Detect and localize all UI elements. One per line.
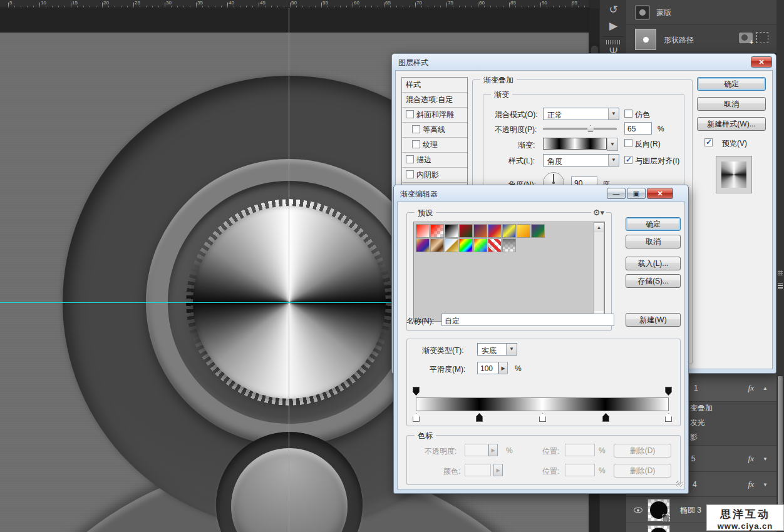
conic-gradient-preview [721,161,746,188]
history-icon[interactable]: ↺ [604,2,623,18]
gradient-preset[interactable] [430,224,444,238]
gradient-preset[interactable] [502,238,516,252]
smoothness-arrow[interactable]: ▶ [498,362,508,374]
gradient-preset[interactable] [459,238,473,252]
styles-list-header[interactable]: 样式 [402,78,467,93]
new-style-button[interactable]: 新建样式(W)... [697,117,766,131]
load-button[interactable]: 载入(L)... [626,257,681,270]
dialog-titlebar[interactable]: 图层样式 ✕ [392,54,776,70]
minimize-icon[interactable]: — [607,188,626,199]
color-stop[interactable] [476,413,483,422]
gradient-preset[interactable] [488,238,502,252]
add-pixel-mask-icon[interactable] [739,33,753,43]
watermark: 思洋互动 www.ciya.cn [706,504,784,531]
shape-path-thumbnail[interactable] [635,29,656,50]
gradient-swatch[interactable] [543,138,607,150]
opacity-stop[interactable] [665,387,672,396]
opacity-slider[interactable] [543,128,617,130]
gradient-preset[interactable] [473,238,487,252]
checkbox[interactable] [406,155,414,163]
horizontal-ruler[interactable]: 5 10 15 20 25 30 35 40 45 50 55 60 65 70… [0,0,589,8]
layer-thumbnail[interactable] [647,525,670,532]
add-vector-mask-icon[interactable] [756,32,768,43]
collapse-effects-icon[interactable]: ▲ [763,385,768,391]
gradient-preset[interactable] [445,238,458,252]
style-item-stroke[interactable]: 描边 [402,153,467,168]
gradient-preset[interactable] [416,224,430,238]
smoothness-field[interactable]: 100 [477,362,498,374]
color-stop[interactable] [602,413,609,422]
effect-item[interactable]: 影 [690,432,698,442]
gradient-preset[interactable] [502,224,516,238]
ruler-label: 25 [135,0,140,6]
ok-button[interactable]: 确定 [697,77,766,91]
panel-scrollbar-thumb[interactable] [777,376,783,526]
cancel-button[interactable]: 取消 [697,97,766,111]
gradient-preset[interactable] [430,238,444,252]
expand-effects-icon[interactable]: ▼ [763,456,768,461]
style-item-bevel[interactable]: 斜面和浮雕 [402,108,467,123]
scroll-up-icon[interactable]: ▲ [594,223,604,232]
vertical-guide[interactable] [289,8,289,532]
checkbox[interactable] [406,110,414,118]
style-item-texture[interactable]: 纹理 [402,138,467,153]
smoothness-label: 平滑度(M): [430,364,465,375]
dialog-titlebar[interactable]: 渐变编辑器 — ▣ ✕ [394,185,688,202]
reverse-checkbox[interactable] [624,139,632,147]
chevron-down-icon[interactable]: ▼ [608,108,619,120]
gradient-preset[interactable] [473,224,487,238]
actions-play-icon[interactable]: ▶ [604,18,623,34]
gradient-preset[interactable] [531,224,545,238]
cancel-button[interactable]: 取消 [626,235,681,248]
gradient-preset[interactable] [488,224,502,238]
preview-checkbox[interactable] [704,138,713,146]
visibility-eye-icon[interactable] [634,507,642,513]
grabber-dots-icon [778,270,783,275]
gradient-preset[interactable] [416,238,430,252]
new-button[interactable]: 新建(W) [626,313,681,327]
checkbox[interactable] [412,140,420,148]
gradient-preset[interactable] [517,224,530,238]
color-stop[interactable] [665,413,672,422]
color-stop[interactable] [413,413,420,422]
gradient-bar[interactable] [416,397,669,411]
name-field[interactable]: 自定 [441,314,614,326]
restore-icon[interactable]: ▣ [627,188,646,199]
gradient-picker-arrow[interactable]: ▼ [607,138,618,151]
save-button[interactable]: 存储(S)... [626,274,681,288]
opacity-stop[interactable] [413,387,420,396]
panel-menu-icon[interactable] [778,283,783,289]
styles-list: 样式 混合选项:自定 斜面和浮雕 等高线 纹理 描边 内阴影 内发光 [401,77,468,198]
ok-button[interactable]: 确定 [626,217,681,231]
opacity-value-field[interactable]: 65 [624,122,652,135]
type-select[interactable]: 实底 ▼ [477,343,517,356]
chevron-down-icon[interactable]: ▼ [506,344,517,355]
opacity-slider-thumb[interactable] [587,125,594,132]
stop-opacity-field [465,444,488,456]
effect-item[interactable]: 发光 [690,417,705,428]
align-checkbox[interactable] [624,156,632,164]
effect-item[interactable]: 变叠加 [690,403,713,414]
expand-effects-icon[interactable]: ▼ [763,481,768,487]
resize-grip[interactable] [676,481,683,487]
style-item-contour[interactable]: 等高线 [402,123,467,138]
checkbox[interactable] [406,170,414,178]
presets-scrollbar[interactable]: ▲ ▼ [594,222,604,321]
style-select[interactable]: 角度 ▼ [543,154,619,166]
gradient-preset[interactable] [445,224,458,238]
ruler-label: 90 [542,0,547,6]
chevron-down-icon[interactable]: ▼ [608,155,619,166]
color-stop[interactable] [539,413,546,422]
style-item-inner-shadow[interactable]: 内阴影 [402,168,467,183]
checkbox[interactable] [412,125,420,133]
masks-tab[interactable]: 蒙版 [626,0,776,25]
close-icon[interactable]: ✕ [751,56,772,68]
layer-thumbnail[interactable] [647,499,670,521]
gradient-preset[interactable] [459,224,473,238]
dither-checkbox[interactable] [624,110,632,118]
blend-options-item[interactable]: 混合选项:自定 [402,93,467,108]
gear-icon[interactable]: ⚙▾ [591,208,606,217]
blend-mode-select[interactable]: 正常 ▼ [543,108,619,120]
position-label: 位置: [542,466,559,477]
close-icon[interactable]: ✕ [647,188,673,199]
